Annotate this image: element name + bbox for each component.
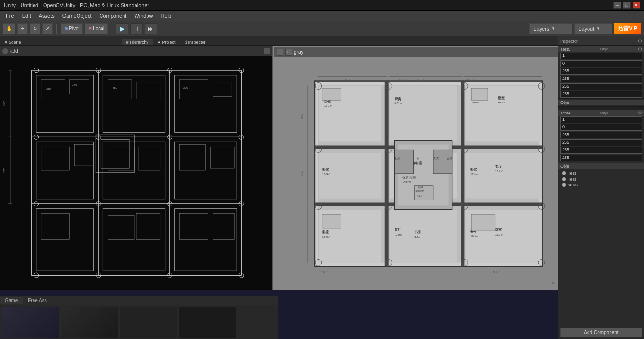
close-button[interactable]: ✕ xyxy=(633,2,640,9)
svg-text:4.1㎡: 4.1㎡ xyxy=(417,194,423,197)
svg-rect-84 xyxy=(414,186,433,200)
test5-field-row-1: 1 xyxy=(558,52,644,60)
svg-text:卧室: 卧室 xyxy=(495,227,502,231)
add-minimize-button[interactable]: ─ xyxy=(264,48,271,55)
game-tab[interactable]: Game xyxy=(0,297,23,304)
filmstrip-item-1 xyxy=(2,307,59,338)
gear-icon-2[interactable]: ⚙ xyxy=(638,46,642,52)
free-assets-tab[interactable]: Free Ass xyxy=(23,297,52,304)
scene-viewport: add ─ xyxy=(0,46,558,339)
play-button[interactable]: ▶ xyxy=(116,23,128,34)
svg-text:储藏: 储藏 xyxy=(418,186,423,189)
svg-rect-90 xyxy=(433,150,452,174)
menu-window[interactable]: Window xyxy=(130,12,157,20)
test5-value-5[interactable]: 255 xyxy=(560,83,642,90)
layers-dropdown[interactable]: Layers ▼ xyxy=(529,23,572,34)
add-canvas: 280 180 250 320 xyxy=(0,56,272,290)
hand-tool-button[interactable]: ✋ xyxy=(3,23,15,34)
test5-value-1[interactable]: 1 xyxy=(560,53,642,59)
window-title: Unity - Untitled - OpenCVUnity - PC, Mac… xyxy=(4,2,613,8)
pivot-button[interactable]: ⊕ Pivot xyxy=(61,23,83,34)
gray-maximize-button[interactable]: □ xyxy=(285,49,292,56)
menu-bar: File Edit Assets GameObject Component Wi… xyxy=(0,11,644,21)
menu-assets[interactable]: Assets xyxy=(35,12,58,20)
test5-value-3[interactable]: 255 xyxy=(560,68,642,75)
filmstrip-item-2 xyxy=(61,307,118,338)
right-panel: Inspector ⚙ Test5 Obje ⚙ 1 0 255 255 xyxy=(558,36,644,339)
menu-gameobject[interactable]: GameObject xyxy=(58,12,96,20)
test4-value-5[interactable]: 255 xyxy=(560,147,642,154)
test5-value-4[interactable]: 255 xyxy=(560,76,642,82)
test5-obje-label: Obje xyxy=(600,47,608,51)
test5-value-2[interactable]: 0 xyxy=(560,60,642,67)
window-controls: ─ □ ✕ xyxy=(613,2,640,9)
svg-rect-149 xyxy=(322,88,341,100)
step-button[interactable]: ⏭ xyxy=(145,23,157,34)
menu-help[interactable]: Help xyxy=(157,12,175,20)
obje-section-bottom: Obje xyxy=(558,162,644,170)
tab-project[interactable]: ● Project xyxy=(153,39,180,45)
test5-section-top: Test5 Obje ⚙ 1 0 255 255 255 255 xyxy=(558,46,644,99)
hierarchy-item-test1[interactable]: Test xyxy=(558,170,644,176)
scale-tool-button[interactable]: ⤢ xyxy=(42,23,53,34)
menu-edit[interactable]: Edit xyxy=(18,12,35,20)
vip-badge[interactable]: 迅雷VIP xyxy=(614,23,641,34)
svg-text:卧室: 卧室 xyxy=(322,230,329,234)
hierarchy-dot-2 xyxy=(562,177,566,181)
svg-text:卧室: 卧室 xyxy=(322,167,329,171)
right-hierarchy: Test Test smcs xyxy=(558,170,644,325)
test5-value-6[interactable]: 255 xyxy=(560,91,642,98)
pause-button[interactable]: ⏸ xyxy=(130,23,143,34)
hierarchy-item-smcs[interactable]: smcs xyxy=(558,182,644,188)
move-tool-button[interactable]: ✛ xyxy=(17,23,28,34)
svg-rect-89 xyxy=(395,150,414,174)
svg-text:玄关: 玄关 xyxy=(447,157,452,160)
filmstrip-item-4 xyxy=(179,307,236,338)
svg-rect-152 xyxy=(322,214,341,228)
local-button[interactable]: ⊕ Local xyxy=(85,23,108,34)
svg-rect-76 xyxy=(390,210,457,262)
test4-value-6[interactable]: 255 xyxy=(560,155,642,161)
svg-text:18.9㎡: 18.9㎡ xyxy=(498,101,507,104)
test5-field-row-6: 255 xyxy=(558,90,644,98)
test5-field-row-5: 255 xyxy=(558,83,644,90)
test5-field-row-4: 255 xyxy=(558,75,644,83)
svg-text:书房: 书房 xyxy=(414,230,421,234)
add-window-titlebar: add ─ xyxy=(0,46,272,56)
test4-value-1[interactable]: 1 xyxy=(560,116,642,123)
tab-hierarchy[interactable]: # Hierarchy xyxy=(122,39,154,45)
layout-dropdown[interactable]: Layout ▼ xyxy=(574,23,612,34)
menu-component[interactable]: Component xyxy=(95,12,130,20)
svg-rect-70 xyxy=(390,86,457,142)
gear-icon-1[interactable]: ⚙ xyxy=(636,38,644,44)
add-component-button[interactable]: Add Component xyxy=(560,328,642,337)
test4-field-row-6: 255 xyxy=(558,154,644,162)
add-window: add ─ xyxy=(0,46,273,290)
tab-inspector[interactable]: ℹ Inspector xyxy=(181,39,211,45)
hierarchy-item-test2[interactable]: Test xyxy=(558,176,644,182)
filmstrip-preview-3 xyxy=(120,307,177,338)
top-panel-tabs: # Scene # Hierarchy ● Project ℹ Inspecto… xyxy=(0,36,558,46)
rotate-tool-button[interactable]: ↻ xyxy=(30,23,40,34)
test5-field-row-2: 0 xyxy=(558,60,644,68)
tab-scene[interactable]: # Scene xyxy=(0,39,26,45)
minimize-button[interactable]: ─ xyxy=(613,2,621,9)
gray-window-titlebar: ─ □ gray ✕ xyxy=(274,47,558,57)
svg-text:12.4㎡: 12.4㎡ xyxy=(470,173,479,176)
bottom-tabs-row: Game Free Ass xyxy=(0,296,278,305)
test4-value-2[interactable]: 0 xyxy=(560,124,642,131)
maximize-button[interactable]: □ xyxy=(623,2,631,9)
test5-header: Test5 Obje ⚙ xyxy=(558,46,644,52)
svg-text:16.9㎡: 16.9㎡ xyxy=(471,101,480,104)
inspector-icon: ℹ xyxy=(185,40,187,45)
menu-file[interactable]: File xyxy=(2,12,18,20)
svg-rect-65 xyxy=(385,81,389,267)
svg-text:2700: 2700 xyxy=(301,171,303,176)
title-bar: Unity - Untitled - OpenCVUnity - PC, Mac… xyxy=(0,0,644,11)
test4-value-3[interactable]: 255 xyxy=(560,132,642,138)
svg-text:16.9㎡: 16.9㎡ xyxy=(495,233,504,236)
gear-icon-3[interactable]: ⚙ xyxy=(638,110,642,115)
gray-floorplan-svg: 消防电梯前室 8.90㎡ 保留面积 120.25 储藏室 4.1㎡ 储藏 111… xyxy=(274,57,558,289)
gray-minimize-button[interactable]: ─ xyxy=(277,49,283,56)
test4-value-4[interactable]: 255 xyxy=(560,139,642,146)
